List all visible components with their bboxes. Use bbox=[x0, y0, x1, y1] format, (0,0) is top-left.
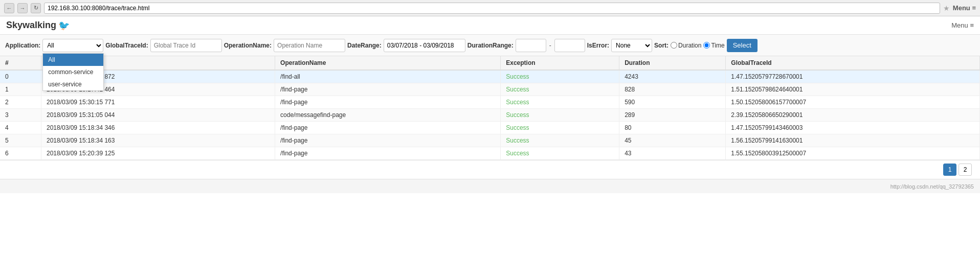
table-row[interactable]: 6 2018/03/09 15:20:39 125 /find-page Suc… bbox=[0, 147, 980, 160]
app-logo: Skywalking 🐦 bbox=[6, 20, 70, 31]
global-trace-id-input[interactable] bbox=[150, 39, 222, 52]
app-menu-button[interactable]: Menu ≡ bbox=[951, 21, 974, 29]
cell-duration: 590 bbox=[619, 96, 726, 109]
logo-icon: 🐦 bbox=[58, 20, 70, 31]
application-dropdown-container: All common-service user-service All comm… bbox=[42, 39, 103, 52]
cell-duration: 80 bbox=[619, 122, 726, 134]
cell-starttime: 2018/03/09 15:18:34 163 bbox=[41, 134, 275, 147]
cell-duration: 828 bbox=[619, 83, 726, 96]
table-row[interactable]: 2 2018/03/09 15:30:15 771 /find-page Suc… bbox=[0, 96, 980, 109]
reload-button[interactable]: ↻ bbox=[31, 3, 41, 13]
duration-range-label: DurationRange: bbox=[467, 42, 514, 49]
cell-traceid: 1.47.15205797728670001 bbox=[726, 70, 980, 83]
cell-exception: Success bbox=[501, 109, 619, 122]
application-select[interactable]: All common-service user-service bbox=[42, 39, 103, 52]
sort-time-item: Time bbox=[703, 42, 724, 49]
cell-index: 1 bbox=[0, 83, 41, 96]
browser-chrome: ← → ↻ ★ Menu ≡ bbox=[0, 0, 980, 16]
sort-group: Sort: Duration Time bbox=[654, 42, 725, 49]
cell-operation: /find-page bbox=[275, 134, 501, 147]
table-row[interactable]: 3 2018/03/09 15:31:05 044 code/messagefi… bbox=[0, 109, 980, 122]
logo-text: Skywalking bbox=[6, 20, 56, 31]
sort-duration-label: Duration bbox=[678, 42, 701, 49]
pagination-bar: 1 2 bbox=[0, 160, 980, 179]
sort-time-label: Time bbox=[711, 42, 724, 49]
dropdown-item-common-service[interactable]: common-service bbox=[43, 66, 103, 78]
cell-operation: code/messagefind-page bbox=[275, 109, 501, 122]
cell-index: 5 bbox=[0, 134, 41, 147]
cell-starttime: 2018/03/09 15:30:15 771 bbox=[41, 96, 275, 109]
page-1-button[interactable]: 1 bbox=[943, 164, 956, 176]
cell-duration: 4243 bbox=[619, 70, 726, 83]
cell-starttime: 2018/03/09 15:18:34 346 bbox=[41, 122, 275, 134]
operation-name-label: OperationName: bbox=[224, 42, 272, 49]
application-label: Application: bbox=[5, 42, 40, 49]
select-button[interactable]: Select bbox=[727, 39, 758, 52]
global-trace-id-label: GlobalTraceId: bbox=[105, 42, 148, 49]
trace-table: # StartTime OperationName Exception Dura… bbox=[0, 56, 980, 160]
operation-name-input[interactable] bbox=[274, 39, 345, 52]
cell-traceid: 1.47.15205799143460003 bbox=[726, 122, 980, 134]
cell-exception: Success bbox=[501, 134, 619, 147]
col-header-index: # bbox=[0, 56, 41, 70]
cell-traceid: 2.39.15205806650290001 bbox=[726, 109, 980, 122]
col-header-operation: OperationName bbox=[275, 56, 501, 70]
cell-starttime: 2018/03/09 15:20:39 125 bbox=[41, 147, 275, 160]
table-row[interactable]: 0 2018/03/09 15:17:02 872 /find-all Succ… bbox=[0, 70, 980, 83]
cell-traceid: 1.50.152058006157700007 bbox=[726, 96, 980, 109]
browser-menu-button[interactable]: Menu ≡ bbox=[953, 4, 976, 12]
cell-index: 3 bbox=[0, 109, 41, 122]
cell-traceid: 1.51.15205798624640001 bbox=[726, 83, 980, 96]
footer-text: http://blog.csdn.net/qq_32792365 bbox=[890, 183, 974, 190]
is-error-label: IsError: bbox=[587, 42, 609, 49]
cell-index: 4 bbox=[0, 122, 41, 134]
cell-operation: /find-all bbox=[275, 70, 501, 83]
col-header-duration: Duration bbox=[619, 56, 726, 70]
filter-bar: Application: All common-service user-ser… bbox=[0, 35, 980, 56]
back-button[interactable]: ← bbox=[4, 3, 14, 13]
date-range-input[interactable] bbox=[384, 39, 465, 52]
table-row[interactable]: 5 2018/03/09 15:18:34 163 /find-page Suc… bbox=[0, 134, 980, 147]
table-row[interactable]: 1 2018/03/09 15:17:42 464 /find-page Suc… bbox=[0, 83, 980, 96]
cell-exception: Success bbox=[501, 122, 619, 134]
application-dropdown-menu: All common-service user-service bbox=[42, 53, 104, 91]
duration-to-input[interactable] bbox=[554, 39, 585, 52]
forward-button[interactable]: → bbox=[17, 3, 28, 13]
duration-from-input[interactable] bbox=[516, 39, 546, 52]
cell-index: 6 bbox=[0, 147, 41, 160]
sort-label: Sort: bbox=[654, 42, 669, 49]
cell-exception: Success bbox=[501, 70, 619, 83]
cell-duration: 289 bbox=[619, 109, 726, 122]
table-header-row: # StartTime OperationName Exception Dura… bbox=[0, 56, 980, 70]
cell-exception: Success bbox=[501, 96, 619, 109]
url-bar[interactable] bbox=[44, 3, 940, 14]
is-error-select[interactable]: None Yes No bbox=[611, 39, 652, 52]
sort-duration-item: Duration bbox=[671, 42, 701, 49]
cell-traceid: 1.55.152058003912500007 bbox=[726, 147, 980, 160]
sort-time-radio[interactable] bbox=[703, 42, 710, 49]
cell-operation: /find-page bbox=[275, 83, 501, 96]
trace-table-container: # StartTime OperationName Exception Dura… bbox=[0, 56, 980, 160]
cell-operation: /find-page bbox=[275, 147, 501, 160]
sort-duration-radio[interactable] bbox=[671, 42, 677, 49]
cell-traceid: 1.56.15205799141630001 bbox=[726, 134, 980, 147]
dropdown-item-user-service[interactable]: user-service bbox=[43, 78, 103, 90]
dropdown-item-all[interactable]: All bbox=[43, 54, 103, 66]
cell-index: 0 bbox=[0, 70, 41, 83]
page-2-button[interactable]: 2 bbox=[959, 164, 972, 176]
cell-exception: Success bbox=[501, 83, 619, 96]
table-row[interactable]: 4 2018/03/09 15:18:34 346 /find-page Suc… bbox=[0, 122, 980, 134]
duration-dash: - bbox=[548, 42, 552, 49]
cell-starttime: 2018/03/09 15:31:05 044 bbox=[41, 109, 275, 122]
app-bar: Skywalking 🐦 Menu ≡ bbox=[0, 16, 980, 35]
cell-operation: /find-page bbox=[275, 96, 501, 109]
bookmark-icon[interactable]: ★ bbox=[943, 4, 950, 12]
cell-operation: /find-page bbox=[275, 122, 501, 134]
cell-duration: 43 bbox=[619, 147, 726, 160]
footer-bar: http://blog.csdn.net/qq_32792365 bbox=[0, 179, 980, 193]
col-header-traceid: GlobalTraceId bbox=[726, 56, 980, 70]
col-header-exception: Exception bbox=[501, 56, 619, 70]
date-range-label: DateRange: bbox=[347, 42, 382, 49]
cell-duration: 45 bbox=[619, 134, 726, 147]
cell-index: 2 bbox=[0, 96, 41, 109]
